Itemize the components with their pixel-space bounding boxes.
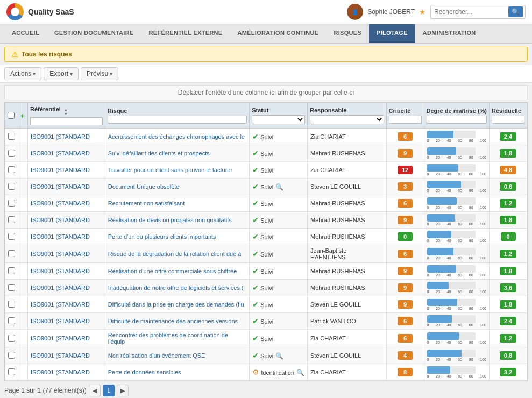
row-checkbox[interactable] — [8, 233, 15, 240]
filter-responsable[interactable] — [310, 115, 384, 124]
risk-link[interactable]: Réalisation de devis ou propales non qua… — [108, 217, 232, 223]
col-criticite: Criticité — [386, 103, 424, 129]
row-checkbox[interactable] — [8, 183, 15, 190]
ref-link[interactable]: ISO9001 (STANDARD — [31, 268, 90, 274]
row-checkbox[interactable] — [8, 200, 15, 207]
search-button[interactable]: 🔍 — [508, 6, 523, 17]
progress-container — [427, 248, 476, 255]
row-maitrise: 020406080100 — [424, 263, 489, 280]
risk-link[interactable]: Difficulté de maintenance des anciennes … — [108, 318, 238, 324]
risk-link[interactable]: Difficulté dans la prise en charge des d… — [108, 301, 244, 308]
row-residuelle: 1,8 — [490, 263, 527, 280]
risk-link[interactable]: Recrutement non satisfaisant — [108, 200, 185, 207]
nav-item-gestion[interactable]: GESTION DOCUMENTAIRE — [47, 24, 141, 43]
row-checkbox[interactable] — [8, 352, 15, 359]
row-checkbox[interactable] — [8, 250, 15, 257]
criticite-badge: 4 — [398, 351, 413, 360]
export-button[interactable]: Export ▾ — [44, 67, 79, 80]
risk-link[interactable]: Accroissement des échanges chronophages … — [108, 133, 245, 140]
ref-link[interactable]: ISO9001 (STANDARD — [31, 369, 90, 375]
row-checkbox[interactable] — [8, 317, 15, 324]
ref-link[interactable]: ISO9001 (STANDARD — [31, 183, 90, 190]
ref-link[interactable]: ISO9001 (STANDARD — [31, 285, 90, 291]
progress-wrapper: 020406080100 — [427, 366, 486, 378]
risk-link[interactable]: Inadéquation de notre offre de logiciels… — [108, 285, 244, 291]
star-icon[interactable]: ★ — [419, 8, 426, 16]
row-checkbox[interactable] — [8, 301, 15, 308]
ref-link[interactable]: ISO9001 (STANDARD — [31, 150, 90, 157]
add-icon[interactable]: + — [20, 112, 25, 120]
row-checkbox[interactable] — [8, 166, 15, 173]
ref-link[interactable]: ISO9001 (STANDARD — [31, 233, 90, 240]
nav-item-risques[interactable]: RISQUES — [326, 24, 369, 43]
ref-link[interactable]: ISO9001 (STANDARD — [31, 217, 90, 223]
ref-link[interactable]: ISO9001 (STANDARD — [31, 133, 90, 140]
nav-item-accueil[interactable]: ACCUEIL — [4, 24, 47, 43]
table-container: + Référentiel ▲▼ Risque Statut Responsab… — [4, 102, 528, 381]
progress-labels: 020406080100 — [427, 290, 486, 294]
progress-container — [427, 147, 476, 155]
select-all-checkbox[interactable] — [8, 112, 15, 119]
progress-bar — [427, 181, 461, 188]
risk-link[interactable]: Suivi défaillant des clients et prospect… — [108, 150, 210, 157]
filter-statut[interactable] — [252, 115, 305, 124]
nav-item-referentiel[interactable]: RÉFÉRENTIEL EXTERNE — [141, 24, 230, 43]
risks-table: + Référentiel ▲▼ Risque Statut Responsab… — [5, 103, 527, 381]
table-row: ISO9001 (STANDARDRéalisation d'une offre… — [5, 263, 527, 280]
row-checkbox[interactable] — [8, 133, 15, 140]
row-checkbox[interactable] — [8, 335, 15, 342]
previsu-button[interactable]: Prévisu ▾ — [81, 67, 118, 80]
risk-link[interactable]: Perte de données sensibles — [108, 369, 181, 375]
row-statut: ✔Suivi — [250, 162, 308, 179]
nav-item-administration[interactable]: ADMINISTRATION — [415, 24, 484, 43]
search-detail-icon[interactable]: 🔍 — [275, 183, 283, 191]
search-detail-icon[interactable]: 🔍 — [296, 369, 304, 376]
progress-container — [427, 265, 476, 273]
risk-link[interactable]: Non réalisation d'un événement QSE — [108, 352, 205, 359]
col-statut-label: Statut — [252, 107, 268, 113]
filter-risque[interactable] — [108, 116, 247, 124]
sort-referentiel[interactable]: ▲▼ — [64, 108, 68, 116]
ref-link[interactable]: ISO9001 (STANDARD — [31, 318, 90, 324]
row-checkbox-cell — [5, 179, 18, 195]
row-checkbox-cell — [5, 162, 18, 179]
filter-referentiel[interactable] — [30, 117, 103, 125]
ref-link[interactable]: ISO9001 (STANDARD — [31, 301, 90, 308]
row-checkbox[interactable] — [8, 368, 15, 375]
row-criticite: 6 — [386, 245, 424, 263]
row-checkbox[interactable] — [8, 216, 15, 223]
progress-labels: 020406080100 — [427, 205, 486, 209]
risk-link[interactable]: Travailler pour un client sans pouvoir l… — [108, 167, 232, 173]
risk-link[interactable]: Rencontrer des problèmes de coordination… — [108, 332, 228, 345]
nav-item-amelioration[interactable]: AMÉLIORATION CONTINUE — [230, 24, 326, 43]
search-detail-icon[interactable]: 🔍 — [275, 352, 283, 360]
row-ref: ISO9001 (STANDARD — [28, 313, 105, 330]
nav-item-pilotage[interactable]: PILOTAGE — [369, 24, 415, 43]
table-row: ISO9001 (STANDARDSuivi défaillant des cl… — [5, 145, 527, 162]
filter-residuelle[interactable] — [492, 116, 524, 124]
filter-maitrise[interactable] — [427, 116, 487, 124]
risk-link[interactable]: Document Unique obsolète — [108, 183, 180, 190]
search-input[interactable] — [433, 7, 508, 17]
prev-page-button[interactable]: ◀ — [89, 385, 101, 396]
progress-wrapper: 020406080100 — [427, 282, 486, 294]
risk-link[interactable]: Réalisation d'une offre commerciale sous… — [108, 268, 237, 274]
filter-criticite[interactable] — [389, 116, 422, 124]
risk-link[interactable]: Risque de la dégradation de la relation … — [108, 251, 242, 257]
row-checkbox-cell — [5, 313, 18, 330]
row-checkbox[interactable] — [8, 150, 15, 157]
next-page-button[interactable]: ▶ — [117, 385, 129, 396]
actions-button[interactable]: Actions ▾ — [4, 67, 41, 80]
ref-link[interactable]: ISO9001 (STANDARD — [31, 200, 90, 207]
risk-link[interactable]: Perte d'un ou plusieurs clients importan… — [108, 233, 216, 240]
ref-link[interactable]: ISO9001 (STANDARD — [31, 251, 90, 257]
ref-link[interactable]: ISO9001 (STANDARD — [31, 352, 90, 359]
current-page[interactable]: 1 — [103, 385, 115, 396]
ref-link[interactable]: ISO9001 (STANDARD — [31, 167, 90, 173]
ref-link[interactable]: ISO9001 (STANDARD — [31, 335, 90, 342]
row-responsable: Zia CHARIAT — [308, 364, 387, 381]
row-checkbox[interactable] — [8, 284, 15, 291]
row-checkbox[interactable] — [8, 267, 15, 274]
criticite-badge: 0 — [398, 232, 413, 241]
progress-wrapper: 020406080100 — [427, 298, 486, 310]
